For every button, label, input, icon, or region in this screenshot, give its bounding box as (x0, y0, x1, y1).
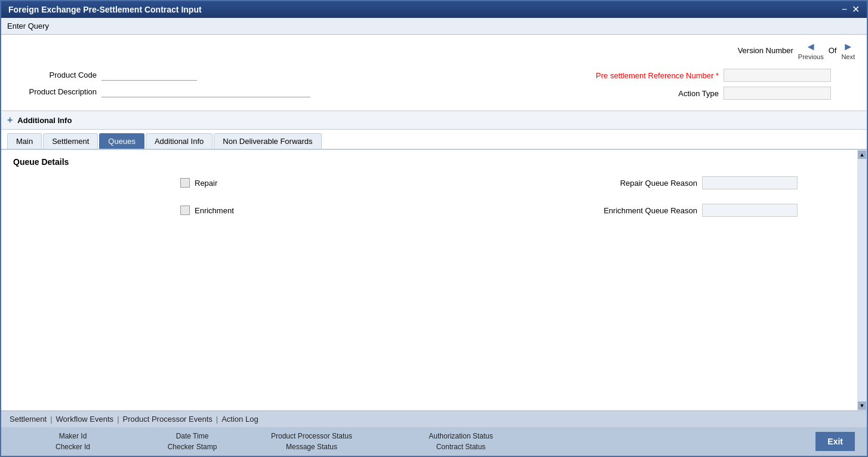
tab-queues[interactable]: Queues (99, 133, 144, 149)
left-fields: Product Code Product Description (13, 69, 310, 100)
form-area: Version Number ◄ Previous Of ► Next Prod… (1, 35, 867, 111)
next-arrow-icon: ► (843, 41, 854, 53)
product-code-label: Product Code (13, 70, 97, 79)
enrichment-checkbox[interactable] (180, 206, 190, 215)
tab-settlement[interactable]: Settlement (43, 133, 98, 149)
close-button[interactable]: ✕ (852, 5, 860, 14)
enrichment-queue-reason-label: Enrichment Queue Reason (604, 206, 697, 215)
status-bar: Maker Id Date Time Product Processor Sta… (1, 427, 867, 456)
action-type-input[interactable] (724, 87, 831, 100)
bottom-links: Settlement | Workflow Events | Product P… (1, 410, 867, 427)
action-type-label: Action Type (599, 89, 719, 98)
toolbar: Enter Query (1, 18, 867, 35)
main-content: Version Number ◄ Previous Of ► Next Prod… (1, 35, 867, 456)
product-description-input[interactable] (101, 85, 310, 97)
checker-id-item: Checker Id (13, 443, 133, 451)
authorization-status-item: Authorization Status (371, 432, 550, 440)
message-status-label: Message Status (286, 443, 337, 451)
title-bar-controls: − ✕ (842, 5, 860, 14)
fields-row: Product Code Product Description Pre set… (13, 69, 855, 100)
tab-additional-info[interactable]: Additional Info (146, 133, 213, 149)
bottom-link-product-processor-events[interactable]: Product Processor Events (123, 415, 213, 424)
previous-label: Previous (798, 53, 824, 60)
bottom-link-settlement[interactable]: Settlement (10, 415, 47, 424)
additional-info-bar-label: Additional Info (17, 116, 72, 125)
checker-stamp-label: Checker Stamp (168, 443, 217, 451)
next-label: Next (841, 53, 855, 60)
contract-status-item: Contract Status (371, 443, 550, 451)
pre-settlement-ref-label: Pre settlement Reference Number * (596, 71, 719, 80)
vertical-scrollbar[interactable]: ▲ ▼ (857, 150, 867, 410)
repair-checkbox[interactable] (180, 178, 190, 188)
tab-main[interactable]: Main (7, 133, 42, 149)
product-processor-status-label: Product Processor Status (271, 432, 352, 440)
date-time-item: Date Time (133, 432, 252, 440)
product-code-row: Product Code (13, 69, 310, 81)
window-title: Foreign Exchange Pre-Settlement Contract… (8, 5, 202, 14)
enrichment-queue-reason-input[interactable] (702, 204, 798, 217)
bottom-link-action-log[interactable]: Action Log (221, 415, 258, 424)
exit-button[interactable]: Exit (815, 432, 855, 451)
product-processor-status-item: Product Processor Status (252, 432, 371, 440)
product-description-label: Product Description (13, 87, 97, 96)
tab-content: Queue Details Repair Repair Queue Reason (1, 150, 857, 410)
of-text: Of (829, 46, 837, 55)
repair-queue-reason-label: Repair Queue Reason (620, 179, 697, 188)
bottom-link-workflow-events[interactable]: Workflow Events (56, 415, 114, 424)
product-description-row: Product Description (13, 85, 310, 97)
checker-stamp-item: Checker Stamp (133, 443, 252, 451)
repair-label: Repair (195, 179, 217, 188)
title-bar: Foreign Exchange Pre-Settlement Contract… (1, 1, 867, 18)
previous-arrow-icon: ◄ (805, 41, 816, 53)
queue-details-title: Queue Details (13, 157, 845, 167)
main-window: Foreign Exchange Pre-Settlement Contract… (0, 0, 868, 457)
pre-settlement-ref-row: Pre settlement Reference Number * (596, 69, 831, 82)
toolbar-label: Enter Query (7, 22, 49, 30)
date-time-label: Date Time (176, 432, 209, 440)
scroll-up-button[interactable]: ▲ (858, 151, 866, 159)
message-status-item: Message Status (252, 443, 371, 451)
right-fields: Pre settlement Reference Number * Action… (596, 69, 831, 100)
content-with-scroll: Queue Details Repair Repair Queue Reason (1, 150, 867, 410)
tab-non-deliverable-forwards[interactable]: Non Deliverable Forwards (214, 133, 321, 149)
authorization-status-label: Authorization Status (429, 432, 493, 440)
separator-3: | (216, 415, 218, 424)
minimize-button[interactable]: − (842, 5, 847, 14)
action-type-row: Action Type (599, 87, 831, 100)
additional-info-bar: + Additional Info (1, 111, 867, 130)
separator-2: | (117, 415, 119, 424)
scroll-down-button[interactable]: ▼ (858, 401, 866, 410)
additional-info-toggle-button[interactable]: + (7, 115, 13, 125)
pre-settlement-ref-input[interactable] (724, 69, 831, 82)
maker-id-item: Maker Id (13, 432, 133, 440)
repair-queue-reason-input[interactable] (702, 176, 798, 189)
separator-1: | (50, 415, 52, 424)
checker-id-label: Checker Id (56, 443, 90, 451)
tabs-row: Main Settlement Queues Additional Info N… (1, 130, 867, 150)
contract-status-label: Contract Status (436, 443, 486, 451)
maker-id-label: Maker Id (59, 432, 87, 440)
status-grid: Maker Id Date Time Product Processor Sta… (13, 432, 815, 451)
next-button[interactable]: ► Next (841, 41, 855, 60)
product-code-input[interactable] (101, 69, 197, 81)
enrichment-label: Enrichment (195, 206, 234, 215)
version-row: Version Number ◄ Previous Of ► Next (13, 41, 855, 60)
previous-button[interactable]: ◄ Previous (798, 41, 824, 60)
version-number-label: Version Number (738, 46, 793, 55)
